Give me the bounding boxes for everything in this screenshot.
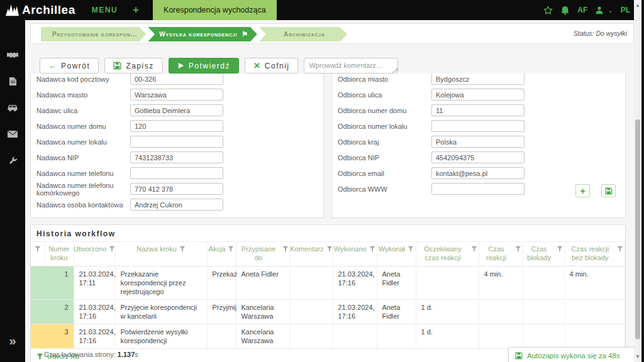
save-button[interactable]: Zapisz: [104, 58, 162, 74]
back-button-label: Powrót: [61, 62, 90, 70]
wf-column-czas-reakcji-bez-blokady: Czas reakcji bez blokady: [564, 242, 625, 266]
recipient-input-odbiorca-numer-lokalu[interactable]: [431, 120, 525, 132]
filter-icon[interactable]: [326, 246, 333, 253]
wf-cell: Przyjmij: [207, 299, 236, 324]
back-arrow-icon: ←: [48, 61, 57, 70]
column-label: Akcja: [209, 245, 226, 254]
column-label: Nazwa kroku: [136, 245, 177, 254]
sender-input-nadawca-nip[interactable]: [130, 151, 223, 163]
filter-icon[interactable]: [282, 246, 289, 253]
recipient-form-panel: Odbiorca miastoOdbiorca ulicaOdbiorca nu…: [331, 74, 626, 218]
scroll-down-arrow[interactable]: ▼: [634, 354, 641, 359]
workflow-step-wysylka[interactable]: Wysyłka korespondencji ⚑: [148, 27, 257, 41]
filter-funnel-icon: [36, 353, 43, 360]
sender-input-nadawc-ulica[interactable]: [130, 104, 223, 116]
notifications-bell-icon[interactable]: [560, 6, 570, 15]
wf-step-number: 1: [31, 266, 74, 299]
workflow-step-archiwizacja[interactable]: Archiwizacja: [259, 27, 347, 41]
column-label: Komentarz: [290, 245, 323, 254]
chevron-down-icon[interactable]: ⌄: [608, 7, 613, 14]
comment-box: [304, 58, 398, 75]
vehicles-car-icon[interactable]: [7, 102, 18, 113]
app-logo[interactable]: Archillea: [0, 3, 75, 18]
documents-icon[interactable]: [7, 75, 18, 87]
tab-korespondencja-wychodzaca[interactable]: Korespondencja wychodząca: [153, 0, 277, 20]
workflow-step-przygotowanie[interactable]: Przygotowanie korespon...: [41, 27, 146, 41]
filter-icon[interactable]: [617, 246, 623, 253]
wf-cell: Przekazanie korespondencji przez rejestr…: [115, 266, 207, 299]
save-recipient-button[interactable]: [601, 184, 616, 197]
vertical-scrollbar[interactable]: ▲ ▼: [634, 0, 641, 362]
recipient-field-row: Odbiorca kraj: [338, 134, 625, 150]
recipient-input-odbiorca-ulica[interactable]: [431, 89, 525, 101]
back-button[interactable]: ← Powrót: [40, 58, 99, 74]
wf-cell: Aneta Fidler: [236, 266, 290, 299]
filter-icon[interactable]: [35, 246, 41, 253]
recipient-input-odbiorca-nip[interactable]: [431, 151, 525, 163]
sidebar-expand-icon[interactable]: »: [0, 334, 25, 348]
wf-cell: Aneta Fidler: [377, 266, 416, 299]
filter-icon[interactable]: [369, 246, 375, 253]
sender-input-nadawca-kod-pocztowy[interactable]: [130, 74, 223, 85]
settings-wrench-icon[interactable]: [7, 155, 18, 166]
workflow-history-row[interactable]: 321.03.2024, 17:16Potwierdzenie wysyłki …: [31, 324, 625, 348]
wf-cell: Aneta Fidler: [377, 299, 416, 324]
logo-text: Archillea: [22, 3, 75, 17]
partners-handshake-icon[interactable]: [7, 49, 18, 60]
sender-input-nadawca-numer-lokalu[interactable]: [130, 136, 223, 148]
sender-input-nadawca-osoba-kontaktowa[interactable]: [130, 199, 223, 211]
filter-icon[interactable]: [109, 246, 115, 253]
mail-envelope-icon[interactable]: [7, 128, 18, 140]
filter-icon[interactable]: [179, 246, 186, 253]
add-recipient-button[interactable]: +: [575, 184, 590, 197]
filter-icon[interactable]: [557, 246, 563, 253]
wf-cell: [377, 324, 416, 348]
scroll-up-arrow[interactable]: ▲: [634, 3, 641, 8]
status-text: Status: Do wysyłki: [574, 30, 627, 37]
wf-cell: 1 d.: [416, 299, 479, 324]
wf-step-number: 2: [31, 299, 74, 324]
recipient-input-odbiorca-numer-domu[interactable]: [431, 104, 525, 116]
filter-icon[interactable]: [471, 246, 477, 253]
workflow-history-row[interactable]: 121.03.2024, 17:11Przekazanie koresponde…: [31, 266, 625, 299]
filter-icon[interactable]: [408, 246, 414, 253]
workflow-history-row[interactable]: 221.03.2024, 17:16Przyjęcie korespondenc…: [31, 299, 625, 324]
confirm-button[interactable]: Potwierdź: [169, 58, 239, 74]
field-label-odbiorca-www: Odbiorca WWW: [338, 185, 431, 193]
sender-input-nadawca-miasto[interactable]: [130, 89, 223, 101]
wf-cell: Przekaż: [207, 266, 236, 299]
column-label: Wykonano: [334, 245, 367, 254]
recipient-input-odbiorca-www[interactable]: [431, 183, 525, 195]
sender-field-row: Nadawca numer domu: [36, 118, 323, 134]
sender-input-nadawca-numer-telefonu-komórkowego[interactable]: [130, 183, 223, 195]
comment-input[interactable]: [304, 58, 398, 74]
menu-button[interactable]: MENU: [92, 6, 118, 14]
star-icon[interactable]: [543, 6, 553, 15]
language-selector[interactable]: PL: [621, 6, 630, 14]
column-label: Czas blokady: [525, 245, 554, 263]
field-label-nadawca-numer-lokalu: Nadawca numer lokalu: [36, 138, 130, 146]
wf-column-utworzono: Utworzono: [74, 242, 115, 266]
undo-button[interactable]: ✕ Cofnij: [245, 58, 299, 74]
autosave-message: Autozapis wykona się za 48s: [527, 352, 620, 359]
sender-input-nadawca-numer-domu[interactable]: [130, 120, 223, 132]
recipient-input-odbiorca-miasto[interactable]: [431, 74, 525, 85]
wf-cell: 21.03.2024, 17:16: [333, 266, 377, 299]
sender-input-nadawca-numer-telefonu[interactable]: [130, 167, 223, 179]
user-avatar-icon[interactable]: [595, 6, 604, 14]
top-bar: Archillea MENU + Korespondencja wychodzą…: [0, 0, 644, 20]
wf-cell: [479, 299, 523, 324]
new-tab-button[interactable]: +: [133, 4, 139, 16]
topbar-actions: AF ⌄ PL: [543, 0, 630, 20]
table-header-row: Numer krokuUtworzonoNazwa krokuAkcjaPrzy…: [31, 242, 625, 266]
recipient-input-odbiorca-kraj[interactable]: [431, 136, 525, 148]
recipient-input-odbiorca-email[interactable]: [431, 167, 525, 179]
sender-field-row: Nadawca numer telefonu: [36, 165, 323, 181]
workflow-steps: Przygotowanie korespon... Wysyłka koresp…: [41, 27, 347, 41]
field-label-odbiorca-numer-domu: Odbiorca numer domu: [338, 107, 431, 114]
play-icon: [177, 62, 184, 69]
filter-icon[interactable]: [228, 246, 234, 253]
user-initials[interactable]: AF: [577, 6, 587, 14]
scrollbar-thumb[interactable]: [635, 119, 640, 339]
filter-icon[interactable]: [515, 246, 521, 253]
